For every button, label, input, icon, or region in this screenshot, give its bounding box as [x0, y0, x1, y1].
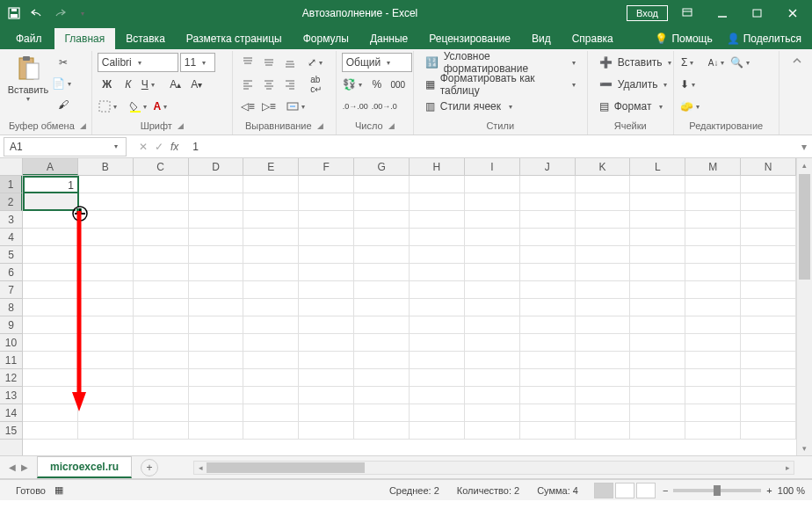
cell[interactable]	[465, 193, 520, 211]
column-header[interactable]: C	[134, 158, 189, 175]
cell[interactable]	[520, 299, 576, 316]
cell[interactable]	[243, 246, 299, 264]
cell[interactable]	[23, 176, 78, 193]
cell[interactable]	[576, 211, 631, 229]
cell[interactable]	[741, 369, 796, 387]
cell[interactable]	[741, 281, 796, 299]
cell[interactable]	[189, 281, 244, 299]
column-header[interactable]: A	[23, 158, 78, 175]
cell[interactable]	[299, 211, 354, 229]
cell[interactable]	[520, 211, 576, 229]
cell[interactable]	[576, 352, 631, 369]
cell[interactable]	[520, 229, 576, 246]
cell[interactable]	[134, 281, 189, 299]
cell[interactable]	[354, 369, 410, 387]
cell[interactable]	[299, 404, 354, 422]
column-header[interactable]: I	[465, 158, 520, 175]
zoom-control[interactable]: − + 100 %	[663, 485, 805, 496]
wrap-text-icon[interactable]: abc↵	[307, 75, 326, 94]
cell[interactable]	[189, 352, 244, 369]
cell[interactable]	[189, 316, 244, 334]
copy-icon[interactable]: 📄▾	[51, 74, 75, 93]
collapse-ribbon-icon[interactable]	[787, 51, 807, 70]
close-icon[interactable]	[777, 3, 808, 24]
cell[interactable]	[299, 334, 354, 352]
cell[interactable]	[465, 369, 520, 387]
align-bottom-icon[interactable]	[280, 53, 300, 72]
cell[interactable]	[630, 229, 685, 246]
cell[interactable]	[299, 299, 354, 316]
increase-font-icon[interactable]: A▴	[166, 75, 185, 94]
font-size-dropdown[interactable]: 11▾	[180, 53, 215, 72]
worksheet-grid[interactable]: ABCDEFGHIJKLMN 123456789101112131415 1 ▴…	[0, 158, 812, 456]
row-header[interactable]: 11	[0, 352, 22, 369]
cell[interactable]	[741, 193, 796, 211]
row-header[interactable]: 7	[0, 281, 22, 299]
column-header[interactable]: M	[685, 158, 741, 175]
column-header[interactable]: N	[741, 158, 796, 175]
cell[interactable]	[685, 404, 741, 422]
cell[interactable]	[189, 246, 244, 264]
cell[interactable]	[576, 422, 631, 440]
cell[interactable]	[78, 193, 134, 211]
zoom-slider[interactable]	[673, 489, 761, 492]
normal-view-icon[interactable]	[594, 483, 613, 498]
cell[interactable]	[465, 316, 520, 334]
cell[interactable]	[741, 387, 796, 404]
cell[interactable]	[23, 211, 78, 229]
cell[interactable]	[23, 369, 78, 387]
cell[interactable]	[23, 246, 78, 264]
tab-file[interactable]: Файл	[4, 28, 54, 49]
cell[interactable]	[299, 176, 354, 193]
cell[interactable]	[189, 422, 244, 440]
cell[interactable]	[410, 422, 465, 440]
column-header[interactable]: L	[630, 158, 685, 175]
underline-button[interactable]: Ч▾	[140, 75, 159, 94]
cell[interactable]	[189, 193, 244, 211]
cell[interactable]	[465, 211, 520, 229]
cell[interactable]	[576, 299, 631, 316]
cell[interactable]	[23, 334, 78, 352]
cell[interactable]	[685, 299, 741, 316]
cell[interactable]	[189, 229, 244, 246]
sheet-nav[interactable]: ◀▶	[0, 462, 37, 472]
cell[interactable]	[189, 334, 244, 352]
cell[interactable]	[134, 299, 189, 316]
cell-styles-button[interactable]: ▥Стили ячеек▾	[419, 97, 584, 116]
cell[interactable]	[354, 387, 410, 404]
format-as-table-button[interactable]: ▦Форматировать как таблицу▾	[419, 75, 584, 94]
dialog-launcher-icon[interactable]: ◢	[388, 121, 395, 130]
cell[interactable]	[741, 316, 796, 334]
cell[interactable]	[741, 176, 796, 193]
merge-icon[interactable]: ▾	[286, 97, 308, 116]
tab-view[interactable]: Вид	[521, 28, 562, 49]
column-header[interactable]: G	[354, 158, 410, 175]
cell[interactable]	[520, 369, 576, 387]
cell[interactable]	[630, 334, 685, 352]
cell[interactable]	[23, 264, 78, 281]
cell[interactable]	[23, 422, 78, 440]
cell[interactable]	[630, 246, 685, 264]
number-format-dropdown[interactable]: Общий▾	[342, 53, 412, 72]
cell[interactable]	[685, 264, 741, 281]
cell[interactable]	[299, 316, 354, 334]
delete-cells-button[interactable]: ➖Удалить▾	[593, 75, 672, 94]
cell[interactable]	[243, 299, 299, 316]
cell[interactable]	[410, 316, 465, 334]
row-header[interactable]: 4	[0, 229, 22, 246]
cell[interactable]	[23, 229, 78, 246]
cell[interactable]	[134, 193, 189, 211]
cell[interactable]	[354, 404, 410, 422]
cell[interactable]	[410, 369, 465, 387]
cell[interactable]	[243, 264, 299, 281]
scrollbar-thumb[interactable]	[207, 462, 365, 473]
cell[interactable]	[243, 387, 299, 404]
find-icon[interactable]: 🔍▾	[729, 53, 753, 72]
column-header[interactable]: H	[410, 158, 465, 175]
cell[interactable]	[78, 369, 134, 387]
name-box[interactable]: A1 ▾	[4, 137, 127, 156]
cell[interactable]	[520, 334, 576, 352]
cell[interactable]	[78, 387, 134, 404]
cell[interactable]	[78, 211, 134, 229]
cell[interactable]	[576, 334, 631, 352]
